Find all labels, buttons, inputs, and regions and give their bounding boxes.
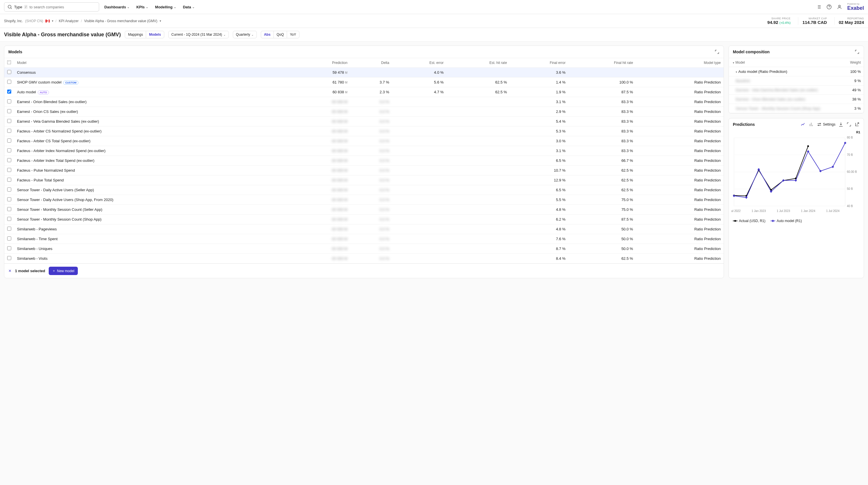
expand-icon[interactable] (714, 49, 720, 55)
metric-dropdown-icon[interactable]: ▾ (160, 19, 161, 23)
row-checkbox[interactable] (7, 109, 11, 113)
clear-selection-icon[interactable]: ✕ (8, 269, 11, 273)
svg-text:1 Jul 2022: 1 Jul 2022 (731, 209, 741, 213)
composition-row[interactable]: Baseline9 % (729, 76, 864, 86)
popout-icon[interactable] (855, 122, 860, 127)
row-checkbox[interactable] (7, 217, 11, 221)
col-est-error[interactable]: Est. error (392, 58, 447, 68)
table-row[interactable]: Sensor Tower - Daily Active Users (Shop … (4, 195, 724, 205)
row-checkbox[interactable] (7, 70, 11, 74)
table-row[interactable]: Auto modelAUTO 60 838 M 2.3 % 4.7 % 62.5… (4, 87, 724, 97)
composition-row[interactable]: Sensor Tower - Monthly Session Count (Sh… (729, 104, 864, 113)
table-row[interactable]: Earnest - Orion Blended Sales (ex-outlie… (4, 97, 724, 107)
legend-actual[interactable]: Actual (USD, R1) (733, 219, 766, 223)
row-checkbox[interactable] (7, 80, 11, 84)
legend-auto[interactable]: Auto model (R1) (771, 219, 802, 223)
mode-qoq[interactable]: QoQ (274, 31, 287, 38)
breadcrumb-kpi-analyzer[interactable]: KPI Analyzer (59, 19, 79, 23)
table-row[interactable]: Consensus 59 478 M 4.0 % 3.6 % (4, 68, 724, 77)
chart-settings-button[interactable]: Settings (817, 122, 835, 127)
table-row[interactable]: Similarweb - Uniques 00 000 M 0.0 % 8.7 … (4, 244, 724, 254)
user-icon[interactable] (837, 4, 842, 9)
line-chart-icon[interactable] (801, 122, 806, 127)
row-checkbox[interactable] (7, 99, 11, 103)
est-error-cell (392, 195, 447, 205)
row-checkbox[interactable] (7, 236, 11, 240)
row-checkbox[interactable] (7, 207, 11, 211)
est-error-cell (392, 136, 447, 146)
table-row[interactable]: Facteus - Arbiter CS Total Spend (ex-out… (4, 136, 724, 146)
row-checkbox[interactable] (7, 188, 11, 192)
search-input[interactable] (29, 5, 96, 9)
stat-reporting: REPORTING 02 May 2024 (834, 17, 864, 25)
composition-row[interactable]: Earnest - Orion Blended Sales (ex-outlie… (729, 95, 864, 104)
table-row[interactable]: Sensor Tower - Monthly Session Count (Sh… (4, 215, 724, 224)
row-checkbox[interactable] (7, 90, 11, 94)
tab-mappings[interactable]: Mappings (125, 31, 146, 38)
table-row[interactable]: Similarweb - Visits 00 000 M 0.0 % 8.4 %… (4, 254, 724, 263)
col-delta[interactable]: Delta (350, 58, 392, 68)
fullscreen-icon[interactable] (846, 122, 851, 127)
nav-kpis[interactable]: KPIs ⌄ (136, 5, 148, 9)
row-checkbox[interactable] (7, 129, 11, 133)
table-row[interactable]: Earnest - Vela Gamma Blended Sales (ex-o… (4, 117, 724, 126)
row-checkbox[interactable] (7, 256, 11, 260)
table-row[interactable]: Facteus - Arbiter CS Normalized Spend (e… (4, 126, 724, 136)
bar-chart-icon[interactable] (809, 122, 814, 127)
col-est-hit[interactable]: Est. hit rate (446, 58, 510, 68)
table-row[interactable]: Similarweb - Time Spent 00 000 M 0.0 % 7… (4, 234, 724, 244)
table-row[interactable]: Facteus - Pulse Normalized Spend 00 000 … (4, 166, 724, 175)
row-checkbox[interactable] (7, 119, 11, 123)
new-model-button[interactable]: ＋New model (49, 267, 78, 275)
help-icon[interactable] (827, 4, 832, 9)
row-checkbox[interactable] (7, 227, 11, 231)
est-error-cell (392, 175, 447, 185)
expand-icon[interactable] (855, 49, 860, 55)
breadcrumb-metric[interactable]: Visible Alpha - Gross merchandise value … (84, 19, 157, 23)
download-icon[interactable] (838, 122, 843, 127)
nav-dashboards[interactable]: Dashboards ⌄ (104, 5, 129, 9)
table-row[interactable]: Sensor Tower - Daily Active Users (Selle… (4, 185, 724, 195)
est-error-cell (392, 224, 447, 234)
mode-abs[interactable]: Abs (261, 31, 274, 38)
est-error-cell (392, 126, 447, 136)
row-checkbox[interactable] (7, 158, 11, 162)
row-checkbox[interactable] (7, 197, 11, 201)
final-hit-cell: 87.5 % (568, 87, 636, 97)
tab-models[interactable]: Models (146, 31, 164, 38)
row-checkbox[interactable] (7, 148, 11, 152)
row-checkbox[interactable] (7, 246, 11, 250)
row-checkbox[interactable] (7, 138, 11, 142)
company-search[interactable]: Type / (4, 2, 99, 11)
row-checkbox[interactable] (7, 178, 11, 182)
table-row[interactable]: Facteus - Arbiter Index Normalized Spend… (4, 146, 724, 156)
company-dropdown-icon[interactable]: ▾ (52, 19, 53, 23)
frequency-selector[interactable]: Quarterly ⌄ (233, 31, 257, 38)
row-checkbox[interactable] (7, 168, 11, 172)
nav-data[interactable]: Data ⌄ (183, 5, 194, 9)
table-row[interactable]: Facteus - Pulse Total Spend 00 000 M 0.0… (4, 175, 724, 185)
col-final-error[interactable]: Final error (510, 58, 568, 68)
breadcrumb-company[interactable]: Shopify, Inc. (4, 19, 23, 23)
col-model-type[interactable]: Model type (636, 58, 724, 68)
table-row[interactable]: SHOP GMV custom modelCUSTOM 61 780 M 3.7… (4, 77, 724, 87)
table-row[interactable]: Facteus - Arbiter Index Total Spend (ex-… (4, 156, 724, 166)
list-icon[interactable] (816, 4, 821, 9)
mode-yoy[interactable]: YoY (287, 31, 299, 38)
period-selector[interactable]: Current - 1Q-2024 (31 Mar 2024) ⌄ (168, 31, 229, 38)
table-row[interactable]: Earnest - Orion CS Sales (ex-outlier) 00… (4, 107, 724, 117)
nav-modelling[interactable]: Modelling ⌄ (155, 5, 176, 9)
final-hit-cell (568, 68, 636, 77)
predictions-chart[interactable]: 40 B50 B60.00 B70 B80 B1 Jul 20221 Jan 2… (731, 130, 861, 217)
model-name-cell: Sensor Tower - Daily Active Users (Selle… (14, 185, 292, 195)
col-prediction[interactable]: Prediction (292, 58, 350, 68)
prediction-cell: 00 000 M (292, 156, 350, 166)
stat-market-cap: MARKET CAP 114.7B CAD (798, 17, 827, 25)
svg-point-3 (819, 123, 820, 124)
composition-root-row[interactable]: ▾Auto model (Ratio Prediction) 100 % (729, 67, 864, 76)
col-final-hit[interactable]: Final hit rate (568, 58, 636, 68)
table-row[interactable]: Similarweb - Pageviews 00 000 M 0.0 % 4.… (4, 224, 724, 234)
table-row[interactable]: Sensor Tower - Monthly Session Count (Se… (4, 205, 724, 215)
col-model[interactable]: Model (14, 58, 292, 68)
composition-row[interactable]: Earnest - Vela Gamma Blended Sales (ex-o… (729, 86, 864, 95)
